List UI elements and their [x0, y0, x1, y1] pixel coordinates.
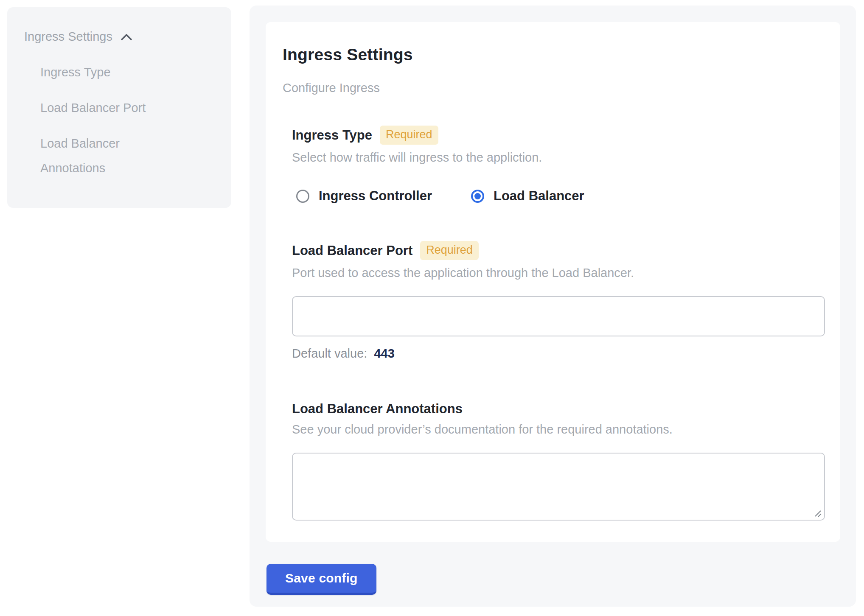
load-balancer-annotations-label: Load Balancer Annotations	[292, 401, 463, 417]
required-badge: Required	[420, 241, 479, 260]
ingress-type-radio-group: Ingress Controller Load Balancer	[296, 188, 825, 204]
sidebar-item-list: Ingress Type Load Balancer Port Load Bal…	[40, 60, 185, 180]
radio-icon[interactable]	[296, 190, 309, 203]
settings-sidebar: Ingress Settings Ingress Type Load Balan…	[7, 7, 231, 208]
page-title: Ingress Settings	[283, 45, 825, 64]
radio-option-load-balancer[interactable]: Load Balancer	[471, 188, 584, 204]
section-ingress-type: Ingress Type Required Select how traffic…	[292, 126, 825, 204]
sidebar-item-load-balancer-annotations[interactable]: Load Balancer Annotations	[40, 131, 185, 180]
sidebar-item-ingress-type[interactable]: Ingress Type	[40, 60, 185, 84]
default-value-row: Default value: 443	[292, 347, 825, 361]
section-load-balancer-port: Load Balancer Port Required Port used to…	[292, 241, 825, 361]
section-load-balancer-annotations: Load Balancer Annotations See your cloud…	[292, 401, 825, 521]
sidebar-group-ingress-settings[interactable]: Ingress Settings	[24, 24, 219, 49]
sidebar-group-label: Ingress Settings	[24, 24, 112, 49]
radio-option-ingress-controller[interactable]: Ingress Controller	[296, 188, 432, 204]
default-value-number: 443	[374, 347, 394, 360]
ingress-type-description: Select how traffic will ingress to the a…	[292, 151, 825, 165]
radio-icon[interactable]	[471, 190, 484, 203]
page: Ingress Settings Ingress Type Load Balan…	[0, 0, 864, 616]
main-panel: Ingress Settings Configure Ingress Ingre…	[250, 6, 856, 607]
load-balancer-port-input[interactable]	[292, 296, 825, 336]
radio-label[interactable]: Load Balancer	[494, 188, 584, 204]
load-balancer-port-description: Port used to access the application thro…	[292, 266, 825, 280]
save-config-button[interactable]: Save config	[266, 564, 376, 595]
resize-handle-icon[interactable]	[814, 509, 822, 518]
radio-label[interactable]: Ingress Controller	[319, 188, 432, 204]
ingress-settings-card: Ingress Settings Configure Ingress Ingre…	[266, 22, 840, 542]
load-balancer-annotations-textarea[interactable]	[292, 453, 825, 521]
load-balancer-annotations-description: See your cloud provider’s documentation …	[292, 423, 825, 437]
load-balancer-port-label: Load Balancer Port	[292, 243, 412, 258]
default-value-label: Default value:	[292, 347, 367, 360]
ingress-type-label: Ingress Type	[292, 128, 372, 143]
chevron-up-icon[interactable]	[119, 31, 134, 43]
page-subtitle: Configure Ingress	[283, 81, 825, 95]
required-badge: Required	[380, 126, 438, 145]
sidebar-item-load-balancer-port[interactable]: Load Balancer Port	[40, 95, 185, 120]
